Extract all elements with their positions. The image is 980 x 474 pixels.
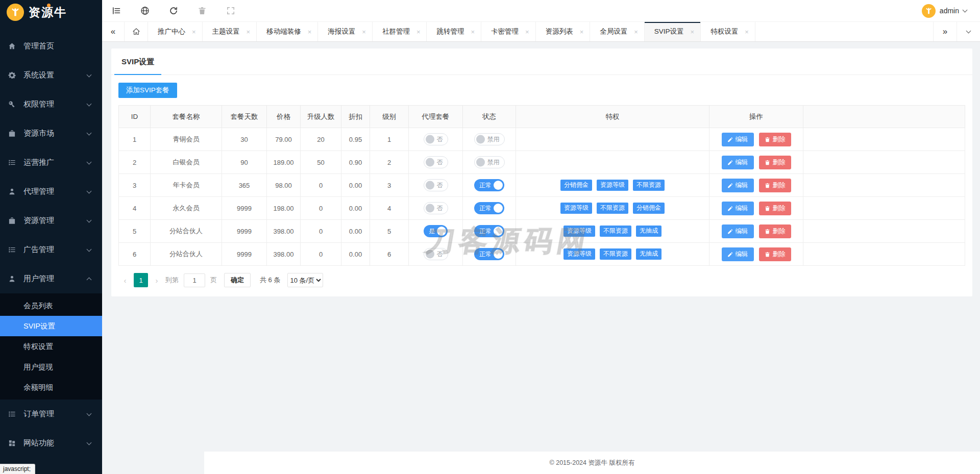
sidebar-item-dashboard[interactable]: 管理首页	[0, 32, 102, 61]
refresh-icon[interactable]	[159, 6, 188, 15]
chevron-down-icon	[966, 28, 971, 33]
close-icon[interactable]: ×	[192, 29, 196, 35]
sidebar-item-label: 代理管理	[23, 187, 87, 196]
tab-promotion-center[interactable]: 推广中心×	[148, 22, 203, 41]
sidebar-subitem-privilege-settings[interactable]: 特权设置	[0, 336, 102, 357]
edit-button[interactable]: 编辑	[722, 133, 754, 146]
page-size-select[interactable]: 10 条/页	[287, 273, 323, 287]
tab-label: 卡密管理	[491, 27, 519, 36]
sidebar-item-label: 广告管理	[23, 245, 87, 255]
status-toggle[interactable]: 禁用	[474, 156, 505, 168]
prev-page-button[interactable]: ‹	[118, 273, 132, 287]
tab-global-settings[interactable]: 全局设置×	[590, 22, 645, 41]
close-icon[interactable]: ×	[308, 29, 312, 35]
globe-icon[interactable]	[131, 6, 159, 15]
delete-button[interactable]: 删除	[759, 224, 791, 238]
edit-button[interactable]: 编辑	[722, 224, 754, 238]
sidebar-item-operations[interactable]: 运营推广	[0, 148, 102, 177]
close-icon[interactable]: ×	[745, 29, 749, 35]
cell-level: 3	[370, 174, 409, 197]
agent-toggle[interactable]: 否	[424, 133, 448, 145]
delete-button[interactable]: 删除	[759, 247, 791, 261]
close-icon[interactable]: ×	[471, 29, 475, 35]
col-discount: 折扣	[341, 106, 370, 128]
sidebar-item-agents[interactable]: 代理管理	[0, 177, 102, 206]
tabs-scroll-left-button[interactable]: «	[102, 22, 125, 41]
tab-svip-settings[interactable]: SVIP设置×	[645, 22, 701, 41]
table-row: 6 分站合伙人 9999 398.00 0 0.00 6 否 正常 资源等级不限…	[119, 243, 965, 266]
next-page-button[interactable]: ›	[150, 273, 163, 287]
tab-resource-list[interactable]: 资源列表×	[536, 22, 591, 41]
menu-fold-icon[interactable]	[102, 6, 131, 15]
tab-mobile-decoration[interactable]: 移动端装修×	[257, 22, 318, 41]
agent-toggle[interactable]: 是	[424, 225, 448, 237]
tabs-scroll-right-button[interactable]: »	[933, 22, 957, 41]
trash-icon[interactable]	[188, 6, 216, 15]
add-svip-package-button[interactable]: 添加SVIP套餐	[118, 83, 177, 98]
tab-poster-settings[interactable]: 海报设置×	[318, 22, 373, 41]
sidebar-subitem-member-list[interactable]: 会员列表	[0, 295, 102, 316]
status-toggle[interactable]: 正常	[474, 202, 504, 214]
toggle-knob	[426, 204, 434, 213]
tab-community-management[interactable]: 社群管理×	[373, 22, 427, 41]
logo-icon	[7, 4, 24, 21]
status-toggle[interactable]: 正常	[474, 248, 504, 260]
delete-button[interactable]: 删除	[759, 202, 791, 215]
sidebar-item-permissions[interactable]: 权限管理	[0, 90, 102, 119]
toggle-label: 正常	[479, 181, 492, 190]
sidebar-subitem-balance-detail[interactable]: 余额明细	[0, 377, 102, 397]
cell-name: 白银会员	[151, 151, 222, 174]
edit-button[interactable]: 编辑	[722, 247, 754, 261]
sidebar-item-system-settings[interactable]: 系统设置	[0, 61, 102, 90]
delete-button[interactable]: 删除	[759, 133, 791, 146]
close-icon[interactable]: ×	[634, 29, 638, 35]
tabs-menu-button[interactable]	[957, 22, 980, 41]
pencil-icon	[727, 252, 733, 257]
tab-theme-settings[interactable]: 主题设置×	[203, 22, 257, 41]
tab-home[interactable]	[125, 22, 148, 41]
col-actions: 操作	[709, 106, 803, 128]
sidebar-subitem-svip-settings[interactable]: SVIP设置	[0, 316, 102, 336]
page-number-input[interactable]	[184, 273, 205, 287]
cell-days: 9999	[222, 243, 267, 266]
sidebar-item-ads[interactable]: 广告管理	[0, 235, 102, 264]
page-title: SVIP设置	[114, 48, 161, 75]
close-icon[interactable]: ×	[691, 29, 695, 35]
edit-button[interactable]: 编辑	[722, 156, 754, 169]
sidebar-item-site-features[interactable]: 网站功能	[0, 429, 102, 458]
app-logo[interactable]: 资源牛	[0, 0, 102, 24]
toggle-label: 正常	[479, 250, 492, 259]
edit-button[interactable]: 编辑	[722, 202, 754, 215]
status-toggle[interactable]: 正常	[474, 225, 504, 237]
confirm-button[interactable]: 确定	[224, 273, 251, 287]
close-icon[interactable]: ×	[247, 29, 251, 35]
agent-toggle[interactable]: 否	[424, 179, 448, 191]
close-icon[interactable]: ×	[362, 29, 366, 35]
tab-privilege-settings[interactable]: 特权设置×	[701, 22, 755, 41]
status-toggle[interactable]: 禁用	[474, 133, 505, 145]
sidebar-item-resource-market[interactable]: 资源市场	[0, 119, 102, 148]
sidebar-item-users[interactable]: 用户管理	[0, 264, 102, 293]
toggle-knob	[426, 135, 434, 144]
current-page[interactable]: 1	[134, 273, 148, 287]
cell-name: 年卡会员	[151, 174, 222, 197]
close-icon[interactable]: ×	[416, 29, 421, 35]
agent-toggle[interactable]: 否	[424, 248, 448, 260]
close-icon[interactable]: ×	[580, 29, 584, 35]
sidebar-item-orders[interactable]: 订单管理	[0, 400, 102, 429]
sidebar-subitem-user-withdraw[interactable]: 用户提现	[0, 357, 102, 377]
user-menu[interactable]: admin	[922, 4, 980, 18]
cell-discount: 0.00	[341, 174, 370, 197]
sidebar-item-resource-management[interactable]: 资源管理	[0, 206, 102, 235]
delete-button[interactable]: 删除	[759, 156, 791, 169]
sidebar-item-label: 网站功能	[23, 438, 87, 448]
delete-button[interactable]: 删除	[759, 179, 791, 192]
fullscreen-icon[interactable]	[216, 6, 245, 15]
edit-button[interactable]: 编辑	[722, 179, 754, 192]
agent-toggle[interactable]: 否	[424, 156, 448, 168]
status-toggle[interactable]: 正常	[474, 179, 504, 191]
tab-redirect-management[interactable]: 跳转管理×	[427, 22, 481, 41]
close-icon[interactable]: ×	[525, 29, 529, 35]
tab-card-key-management[interactable]: 卡密管理×	[481, 22, 536, 41]
agent-toggle[interactable]: 否	[424, 202, 448, 214]
